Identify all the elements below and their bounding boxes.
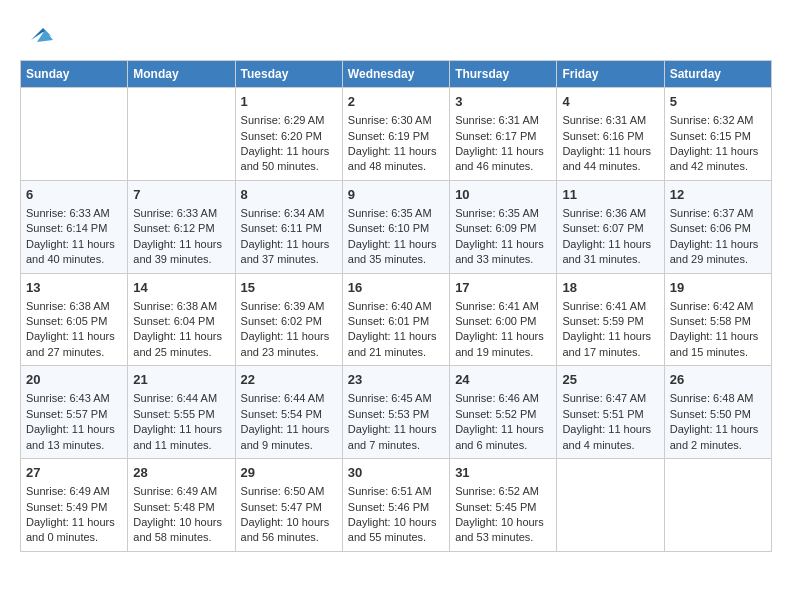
day-content: Daylight: 11 hours and 39 minutes. [133,237,229,268]
day-content: Sunrise: 6:47 AM [562,391,658,406]
day-number: 31 [455,464,551,482]
day-content: Daylight: 11 hours and 40 minutes. [26,237,122,268]
calendar-day-3: 3Sunrise: 6:31 AMSunset: 6:17 PMDaylight… [450,88,557,181]
page-header [20,20,772,50]
day-number: 14 [133,279,229,297]
day-content: Sunrise: 6:38 AM [26,299,122,314]
day-content: Sunset: 5:47 PM [241,500,337,515]
day-content: Daylight: 11 hours and 33 minutes. [455,237,551,268]
day-content: Sunset: 5:59 PM [562,314,658,329]
day-number: 2 [348,93,444,111]
calendar-day-27: 27Sunrise: 6:49 AMSunset: 5:49 PMDayligh… [21,459,128,552]
day-content: Sunrise: 6:52 AM [455,484,551,499]
day-content: Sunset: 5:58 PM [670,314,766,329]
day-content: Sunrise: 6:48 AM [670,391,766,406]
day-content: Daylight: 10 hours and 58 minutes. [133,515,229,546]
day-content: Daylight: 11 hours and 46 minutes. [455,144,551,175]
day-number: 13 [26,279,122,297]
day-number: 12 [670,186,766,204]
day-content: Sunrise: 6:44 AM [133,391,229,406]
calendar-day-6: 6Sunrise: 6:33 AMSunset: 6:14 PMDaylight… [21,180,128,273]
calendar-week-row: 6Sunrise: 6:33 AMSunset: 6:14 PMDaylight… [21,180,772,273]
day-number: 29 [241,464,337,482]
day-content: Sunset: 6:14 PM [26,221,122,236]
day-content: Daylight: 10 hours and 56 minutes. [241,515,337,546]
day-number: 3 [455,93,551,111]
day-content: Sunset: 6:19 PM [348,129,444,144]
day-number: 20 [26,371,122,389]
day-content: Sunset: 5:57 PM [26,407,122,422]
day-number: 24 [455,371,551,389]
day-content: Daylight: 11 hours and 17 minutes. [562,329,658,360]
day-content: Sunset: 6:16 PM [562,129,658,144]
day-content: Sunrise: 6:41 AM [562,299,658,314]
day-content: Sunrise: 6:33 AM [133,206,229,221]
day-content: Sunset: 6:12 PM [133,221,229,236]
day-number: 18 [562,279,658,297]
day-content: Daylight: 11 hours and 6 minutes. [455,422,551,453]
day-content: Daylight: 11 hours and 11 minutes. [133,422,229,453]
day-content: Daylight: 11 hours and 19 minutes. [455,329,551,360]
day-header-friday: Friday [557,61,664,88]
day-number: 27 [26,464,122,482]
day-content: Daylight: 11 hours and 13 minutes. [26,422,122,453]
calendar-table: SundayMondayTuesdayWednesdayThursdayFrid… [20,60,772,552]
calendar-day-11: 11Sunrise: 6:36 AMSunset: 6:07 PMDayligh… [557,180,664,273]
calendar-day-4: 4Sunrise: 6:31 AMSunset: 6:16 PMDaylight… [557,88,664,181]
calendar-day-23: 23Sunrise: 6:45 AMSunset: 5:53 PMDayligh… [342,366,449,459]
day-header-saturday: Saturday [664,61,771,88]
day-content: Sunset: 5:54 PM [241,407,337,422]
day-content: Sunrise: 6:32 AM [670,113,766,128]
day-content: Sunrise: 6:42 AM [670,299,766,314]
day-content: Daylight: 11 hours and 29 minutes. [670,237,766,268]
day-content: Sunrise: 6:50 AM [241,484,337,499]
calendar-day-15: 15Sunrise: 6:39 AMSunset: 6:02 PMDayligh… [235,273,342,366]
calendar-day-empty [21,88,128,181]
day-content: Sunset: 6:05 PM [26,314,122,329]
calendar-day-25: 25Sunrise: 6:47 AMSunset: 5:51 PMDayligh… [557,366,664,459]
day-content: Sunrise: 6:43 AM [26,391,122,406]
day-number: 9 [348,186,444,204]
day-content: Daylight: 11 hours and 35 minutes. [348,237,444,268]
day-content: Sunrise: 6:31 AM [562,113,658,128]
day-number: 28 [133,464,229,482]
day-content: Sunrise: 6:29 AM [241,113,337,128]
day-content: Sunset: 6:06 PM [670,221,766,236]
day-content: Sunrise: 6:39 AM [241,299,337,314]
calendar-day-10: 10Sunrise: 6:35 AMSunset: 6:09 PMDayligh… [450,180,557,273]
calendar-day-17: 17Sunrise: 6:41 AMSunset: 6:00 PMDayligh… [450,273,557,366]
day-content: Sunrise: 6:38 AM [133,299,229,314]
day-content: Daylight: 11 hours and 25 minutes. [133,329,229,360]
day-content: Sunrise: 6:41 AM [455,299,551,314]
calendar-day-29: 29Sunrise: 6:50 AMSunset: 5:47 PMDayligh… [235,459,342,552]
day-header-tuesday: Tuesday [235,61,342,88]
day-content: Sunset: 6:00 PM [455,314,551,329]
day-content: Sunset: 6:10 PM [348,221,444,236]
day-content: Sunset: 5:52 PM [455,407,551,422]
calendar-week-row: 27Sunrise: 6:49 AMSunset: 5:49 PMDayligh… [21,459,772,552]
day-content: Sunset: 6:02 PM [241,314,337,329]
day-content: Daylight: 11 hours and 44 minutes. [562,144,658,175]
day-content: Sunrise: 6:49 AM [26,484,122,499]
day-content: Sunset: 6:04 PM [133,314,229,329]
day-content: Sunset: 5:49 PM [26,500,122,515]
day-content: Daylight: 10 hours and 53 minutes. [455,515,551,546]
calendar-day-14: 14Sunrise: 6:38 AMSunset: 6:04 PMDayligh… [128,273,235,366]
day-content: Daylight: 11 hours and 27 minutes. [26,329,122,360]
day-number: 25 [562,371,658,389]
calendar-day-12: 12Sunrise: 6:37 AMSunset: 6:06 PMDayligh… [664,180,771,273]
calendar-day-5: 5Sunrise: 6:32 AMSunset: 6:15 PMDaylight… [664,88,771,181]
calendar-day-empty [664,459,771,552]
calendar-day-16: 16Sunrise: 6:40 AMSunset: 6:01 PMDayligh… [342,273,449,366]
day-content: Sunrise: 6:35 AM [455,206,551,221]
day-content: Sunrise: 6:40 AM [348,299,444,314]
day-content: Sunset: 6:15 PM [670,129,766,144]
day-number: 22 [241,371,337,389]
day-number: 4 [562,93,658,111]
day-content: Sunset: 5:51 PM [562,407,658,422]
day-content: Sunrise: 6:51 AM [348,484,444,499]
calendar-day-7: 7Sunrise: 6:33 AMSunset: 6:12 PMDaylight… [128,180,235,273]
day-content: Sunset: 6:09 PM [455,221,551,236]
day-number: 6 [26,186,122,204]
calendar-day-2: 2Sunrise: 6:30 AMSunset: 6:19 PMDaylight… [342,88,449,181]
